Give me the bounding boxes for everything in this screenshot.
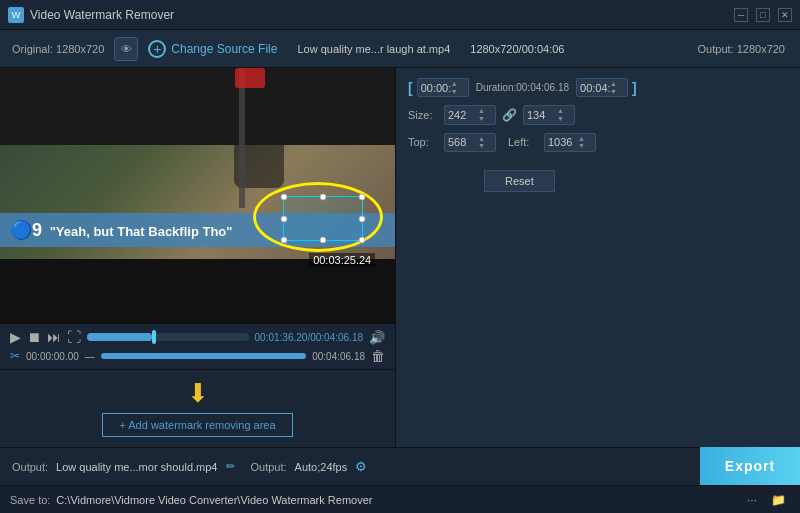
save-bar: Save to: C:\Vidmore\Vidmore Video Conver…: [0, 485, 800, 513]
selection-box[interactable]: [283, 196, 363, 241]
start-time-field[interactable]: ▲▼: [417, 78, 469, 97]
add-watermark-label: + Add watermark removing area: [119, 419, 275, 431]
handle-br[interactable]: [359, 237, 366, 244]
timeline-thumb: [152, 330, 156, 344]
app-title: Video Watermark Remover: [30, 8, 174, 22]
play-button[interactable]: ▶: [10, 329, 21, 345]
top-field[interactable]: ▲▼: [444, 133, 496, 152]
height-input[interactable]: [527, 109, 557, 121]
content-row: 🔵9 "Yeah, but That Backflip Tho": [0, 68, 800, 447]
bracket-close: ]: [632, 80, 637, 96]
add-icon: +: [148, 40, 166, 58]
width-down[interactable]: ▼: [478, 115, 485, 123]
right-column: [ ▲▼ Duration:00:04:06.18 ▲▼ ] Size:: [395, 68, 800, 447]
change-source-label: Change Source File: [171, 42, 277, 56]
position-row: Top: ▲▼ Left: ▲▼: [408, 133, 788, 152]
save-label: Save to:: [10, 494, 50, 506]
end-time-up[interactable]: ▲: [610, 80, 617, 88]
end-time-down[interactable]: ▼: [610, 88, 617, 96]
top-up[interactable]: ▲: [478, 135, 485, 143]
next-frame-button[interactable]: ⏭: [47, 329, 61, 345]
right-panel: [ ▲▼ Duration:00:04:06.18 ▲▼ ] Size:: [395, 68, 800, 447]
handle-tr[interactable]: [359, 194, 366, 201]
height-down[interactable]: ▼: [557, 115, 564, 123]
end-time-field[interactable]: ▲▼: [576, 78, 628, 97]
width-field[interactable]: ▲▼: [444, 105, 496, 124]
left-input[interactable]: [548, 136, 578, 148]
size-label: Size:: [408, 109, 438, 121]
duration-label: Duration:00:04:06.18: [476, 82, 569, 93]
end-time-input[interactable]: [580, 82, 610, 94]
link-icon[interactable]: 🔗: [502, 108, 517, 122]
top-down[interactable]: ▼: [478, 142, 485, 150]
browse-folder-button[interactable]: 📁: [767, 493, 790, 507]
clip-icon: ✂: [10, 349, 20, 363]
time-display: 00:01:36.20/00:04:06.18: [255, 332, 363, 343]
start-time-down[interactable]: ▼: [451, 88, 458, 96]
handle-ml[interactable]: [281, 215, 288, 222]
minimize-button[interactable]: ─: [734, 8, 748, 22]
app-icon: W: [8, 7, 24, 23]
export-button[interactable]: Export: [700, 447, 800, 485]
handle-bl[interactable]: [281, 237, 288, 244]
handle-bm[interactable]: [320, 237, 327, 244]
output-settings-label: Output:: [251, 461, 287, 473]
sign: [235, 68, 265, 88]
reset-section: Reset: [446, 166, 788, 192]
file-dimensions: 1280x720/00:04:06: [470, 43, 564, 55]
width-input[interactable]: [448, 109, 478, 121]
top-input[interactable]: [448, 136, 478, 148]
timestamp-overlay: 00:03:25.24: [309, 253, 375, 267]
handle-mr[interactable]: [359, 215, 366, 222]
caption-text: "Yeah, but That Backflip Tho": [50, 224, 233, 239]
volume-icon[interactable]: 🔊: [369, 330, 385, 345]
change-source-button[interactable]: + Change Source File: [148, 40, 277, 58]
start-time-input[interactable]: [421, 82, 451, 94]
top-label: Top:: [408, 136, 438, 148]
edit-filename-button[interactable]: ✏: [226, 460, 235, 473]
reset-button[interactable]: Reset: [484, 170, 555, 192]
output-filename: Low quality me...mor should.mp4: [56, 461, 217, 473]
close-button[interactable]: ✕: [778, 8, 792, 22]
left-label: Left:: [508, 136, 538, 148]
stop-button[interactable]: ⏹: [27, 329, 41, 345]
height-up[interactable]: ▲: [557, 107, 564, 115]
add-watermark-section: ⬇ + Add watermark removing area: [0, 369, 395, 447]
settings-icon[interactable]: ⚙: [355, 459, 367, 474]
delete-clip-button[interactable]: 🗑: [371, 348, 385, 364]
bottom-bar: Output: Low quality me...mor should.mp4 …: [0, 447, 800, 485]
save-path: C:\Vidmore\Vidmore Video Converter\Video…: [56, 494, 737, 506]
timeline-progress: [87, 333, 152, 341]
clip-range-bar[interactable]: [101, 353, 306, 359]
bottom-area: ▶ ⏹ ⏭ ⛶ 00:01:36.20/00:04:06.18 🔊: [0, 323, 395, 447]
sign-post: [239, 68, 245, 208]
size-row: Size: ▲▼ 🔗 ▲▼: [408, 105, 788, 124]
clip-separator: —: [85, 351, 95, 362]
start-time-up[interactable]: ▲: [451, 80, 458, 88]
open-folder-button[interactable]: ···: [743, 493, 761, 507]
fullscreen-button[interactable]: ⛶: [67, 329, 81, 345]
left-field[interactable]: ▲▼: [544, 133, 596, 152]
left-down[interactable]: ▼: [578, 142, 585, 150]
timeline-scrubber[interactable]: [87, 333, 249, 341]
left-column: 🔵9 "Yeah, but That Backflip Tho": [0, 68, 395, 447]
handle-tl[interactable]: [281, 194, 288, 201]
bracket-open: [: [408, 80, 413, 96]
output-label: Output:: [12, 461, 48, 473]
clip-end: 00:04:06.18: [312, 351, 365, 362]
output-label: Output: 1280x720: [698, 43, 785, 55]
handle-tm[interactable]: [320, 194, 327, 201]
maximize-button[interactable]: □: [756, 8, 770, 22]
preview-toggle-button[interactable]: 👁: [114, 37, 138, 61]
height-field[interactable]: ▲▼: [523, 105, 575, 124]
top-bar: Original: 1280x720 👁 + Change Source Fil…: [0, 30, 800, 68]
add-watermark-button[interactable]: + Add watermark removing area: [102, 413, 292, 437]
time-range-row: [ ▲▼ Duration:00:04:06.18 ▲▼ ]: [408, 78, 788, 97]
width-up[interactable]: ▲: [478, 107, 485, 115]
caption-number: 🔵9: [10, 220, 42, 240]
output-format: Auto;24fps: [295, 461, 348, 473]
clip-start: 00:00:00.00: [26, 351, 79, 362]
window-controls: ─ □ ✕: [734, 8, 792, 22]
title-bar: W Video Watermark Remover ─ □ ✕: [0, 0, 800, 30]
left-up[interactable]: ▲: [578, 135, 585, 143]
